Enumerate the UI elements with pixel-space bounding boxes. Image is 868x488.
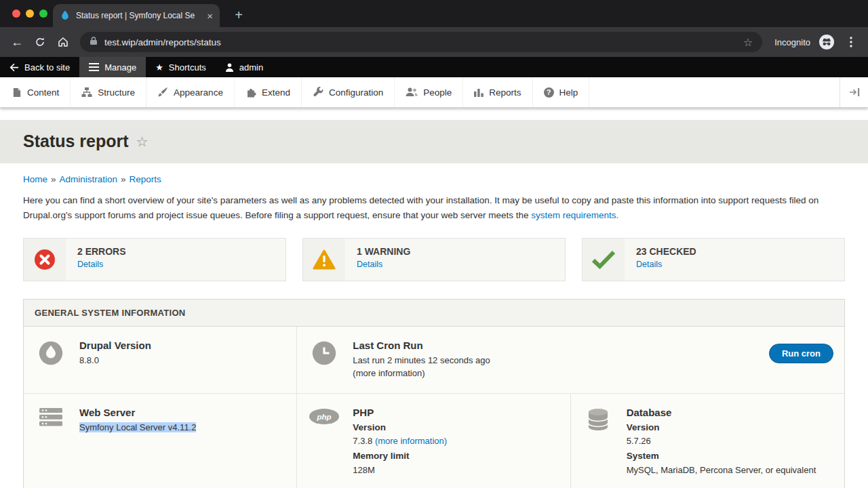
- php-more-information-link[interactable]: (more information): [375, 436, 447, 446]
- manage-label: Manage: [104, 62, 136, 73]
- php-cell: php PHP Version 7.3.8 (more information)…: [297, 394, 570, 488]
- window-close-button[interactable]: [12, 9, 20, 18]
- toolbar-orientation-toggle[interactable]: [840, 77, 868, 107]
- back-to-site-label: Back to site: [24, 62, 70, 73]
- incognito-icon: [819, 35, 834, 49]
- lock-icon: [90, 36, 98, 48]
- address-bar[interactable]: test.wip/admin/reports/status ☆: [80, 32, 762, 52]
- window-zoom-button[interactable]: [39, 9, 47, 18]
- arrow-left-icon: [9, 63, 19, 72]
- database-system-label: System: [627, 449, 816, 463]
- menu-item-label: Reports: [489, 87, 521, 98]
- favorite-star-icon[interactable]: ☆: [136, 134, 149, 150]
- intro-text: Here you can find a short overview of yo…: [23, 193, 845, 223]
- tab-title: Status report | Symfony Local Se: [76, 11, 201, 20]
- breadcrumb: Home»Administration»Reports: [23, 174, 845, 184]
- php-memory-limit-value: 128M: [353, 464, 447, 477]
- php-logo-icon: php: [308, 407, 340, 477]
- back-to-site-link[interactable]: Back to site: [0, 57, 79, 77]
- puzzle-icon: [245, 87, 256, 98]
- reload-button[interactable]: [30, 32, 50, 52]
- collapse-icon: [848, 87, 860, 97]
- bar-chart-icon: [474, 87, 484, 97]
- system-requirements-link[interactable]: system requirements.: [531, 210, 618, 220]
- warnings-details-link[interactable]: Details: [357, 260, 410, 269]
- menu-item-label: Extend: [262, 87, 290, 98]
- php-title: PHP: [353, 407, 447, 418]
- errors-details-link[interactable]: Details: [77, 260, 126, 269]
- database-icon: [582, 407, 614, 477]
- breadcrumb-reports-link[interactable]: Reports: [130, 174, 161, 184]
- bookmark-star-icon[interactable]: ☆: [743, 36, 753, 49]
- system-info-row-1: Drupal Version 8.8.0 Last Cron Run Last …: [24, 327, 844, 394]
- help-icon: ?: [544, 87, 554, 98]
- php-memory-limit-label: Memory limit: [353, 449, 447, 463]
- menu-item-content[interactable]: Content: [0, 77, 71, 107]
- new-tab-button[interactable]: +: [231, 7, 247, 23]
- back-button[interactable]: ←: [7, 32, 27, 52]
- breadcrumb-separator: »: [121, 174, 126, 184]
- breadcrumb-home-link[interactable]: Home: [23, 174, 47, 184]
- drupal-version-title: Drupal Version: [79, 340, 151, 351]
- star-icon: ★: [155, 62, 163, 73]
- browser-tab-strip: Status report | Symfony Local Se × +: [0, 0, 868, 27]
- window-minimize-button[interactable]: [26, 9, 34, 18]
- menu-item-configuration[interactable]: Configuration: [302, 77, 395, 107]
- checked-card: 23 CHECKED Details: [582, 238, 845, 281]
- web-server-value: Symfony Local Server v4.11.2: [79, 422, 196, 432]
- structure-icon: [81, 87, 92, 98]
- drupal-logo-icon: [35, 340, 67, 380]
- menu-item-label: Structure: [98, 87, 135, 98]
- menu-item-structure[interactable]: Structure: [71, 77, 146, 107]
- reload-icon: [34, 36, 46, 48]
- php-version-label: Version: [353, 421, 447, 434]
- php-version-value: 7.3.8: [353, 436, 372, 446]
- browser-tab[interactable]: Status report | Symfony Local Se ×: [53, 4, 220, 27]
- drupal-favicon-icon: [60, 9, 71, 22]
- menu-item-label: Help: [559, 87, 578, 98]
- browser-toolbar: ← test.wip/admin/reports/status ☆ Incogn…: [0, 27, 868, 57]
- menu-item-label: Content: [27, 87, 59, 98]
- menu-item-appearance[interactable]: Appearance: [146, 77, 235, 107]
- clock-icon: [308, 340, 340, 380]
- menu-item-label: Configuration: [329, 87, 383, 98]
- warnings-card: 1 WARNING Details: [302, 238, 566, 281]
- home-icon: [57, 36, 69, 48]
- drupal-version-cell: Drupal Version 8.8.0: [24, 327, 297, 394]
- breadcrumb-administration-link[interactable]: Administration: [60, 174, 118, 184]
- status-summary-cards: 2 ERRORS Details 1 WARNING Details 23 CH…: [23, 238, 845, 281]
- manage-tab[interactable]: Manage: [79, 57, 146, 77]
- cron-more-information-link[interactable]: (more information): [353, 367, 490, 380]
- menu-item-help[interactable]: ? Help: [533, 77, 590, 107]
- menu-kebab-icon[interactable]: [841, 32, 861, 52]
- section-header: GENERAL SYSTEM INFORMATION: [24, 300, 844, 327]
- web-server-cell: Web Server Symfony Local Server v4.11.2: [24, 394, 297, 488]
- paintbrush-icon: [157, 87, 168, 98]
- url-text[interactable]: test.wip/admin/reports/status: [104, 37, 736, 47]
- menu-item-label: People: [423, 87, 452, 98]
- drupal-admin-menu: Content Structure Appearance Extend Conf…: [0, 77, 868, 108]
- menu-item-extend[interactable]: Extend: [235, 77, 302, 107]
- errors-count-label: 2 ERRORS: [77, 246, 126, 257]
- menu-item-people[interactable]: People: [395, 77, 463, 107]
- run-cron-button[interactable]: Run cron: [769, 344, 833, 363]
- database-version-label: Version: [627, 421, 816, 434]
- menu-item-label: Appearance: [174, 87, 223, 98]
- menu-item-reports[interactable]: Reports: [463, 77, 532, 107]
- warning-icon: [303, 239, 345, 281]
- shortcuts-tab[interactable]: ★ Shortcuts: [146, 57, 216, 77]
- database-title: Database: [627, 407, 816, 418]
- tab-close-icon[interactable]: ×: [207, 11, 213, 21]
- page-title: Status report: [23, 131, 129, 151]
- people-icon: [406, 87, 418, 97]
- system-info-row-2: Web Server Symfony Local Server v4.11.2 …: [24, 394, 844, 488]
- checked-details-link[interactable]: Details: [636, 260, 696, 269]
- server-icon: [35, 407, 67, 477]
- admin-user-tab[interactable]: admin: [216, 57, 273, 77]
- shortcuts-label: Shortcuts: [169, 62, 206, 73]
- user-icon: [225, 63, 234, 72]
- checkmark-icon: [583, 239, 625, 281]
- intro-body: Here you can find a short overview of yo…: [23, 195, 818, 220]
- svg-text:php: php: [317, 412, 332, 420]
- home-button[interactable]: [53, 32, 73, 52]
